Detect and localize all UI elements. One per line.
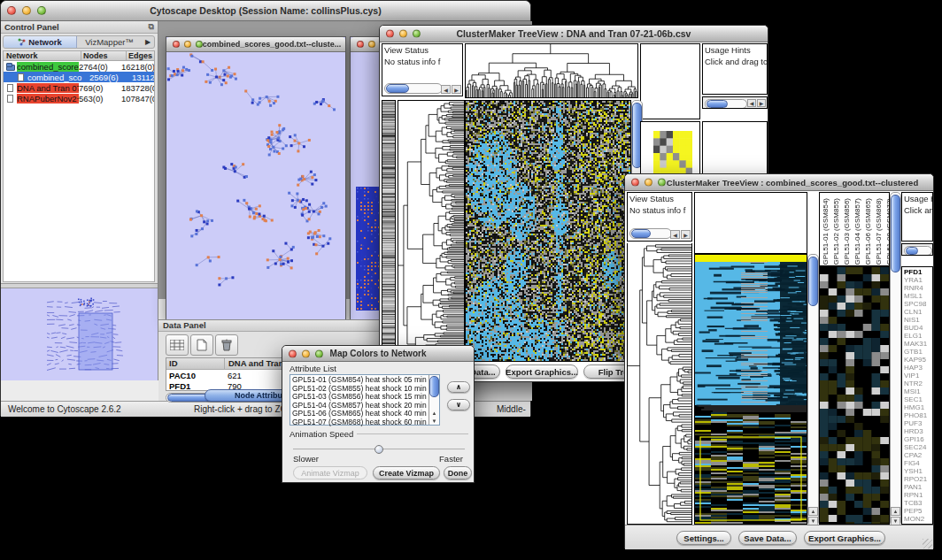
gene-label[interactable]: MSL1	[902, 292, 932, 300]
minimize-icon[interactable]	[22, 6, 31, 15]
combined_sco[interactable]: combined_sco 2569(6) 13112(15)	[4, 72, 154, 82]
gene-label[interactable]: YSH1	[902, 467, 932, 475]
gene-label[interactable]: RNR4	[902, 284, 932, 292]
tv2-row-dendrogram[interactable]	[628, 243, 691, 523]
tab-network[interactable]: Network	[4, 36, 77, 48]
tv2-heatmap-vscrollbar[interactable]: ▲ ▼	[807, 254, 819, 526]
network1-canvas[interactable]	[166, 52, 345, 319]
tabs-overflow-icon[interactable]: ▶	[142, 38, 154, 46]
gene-label[interactable]: PHO81	[902, 411, 932, 419]
map-dialog-titlebar[interactable]: Map Colors to Network	[282, 346, 474, 362]
minimize-icon[interactable]	[399, 30, 407, 38]
zoom-window-icon[interactable]	[413, 30, 421, 38]
treeview2-titlebar[interactable]: ClusterMaker TreeView : combined_scores_…	[625, 174, 933, 191]
gene-label[interactable]: HMG1	[902, 403, 932, 411]
gene-label[interactable]: GTB1	[902, 348, 932, 356]
tv1-row-overview-strip[interactable]	[382, 100, 396, 362]
gene-label[interactable]: HRD3	[902, 427, 932, 435]
gene-label[interactable]: GPI16	[902, 435, 932, 443]
scroll-left-icon[interactable]: ◀	[670, 230, 680, 239]
tv2-status-hscrollbar[interactable]	[629, 228, 672, 239]
gene-label[interactable]: SEC1	[902, 395, 932, 403]
scroll-right-icon[interactable]: ▶	[681, 230, 691, 239]
attr-col-id[interactable]: ID	[166, 358, 225, 369]
scroll-up-icon[interactable]: ▲	[808, 507, 818, 516]
vscroll-thumb[interactable]	[429, 376, 439, 397]
tv2-hints-hscrollbar[interactable]	[904, 246, 932, 256]
float-panel-icon[interactable]: ⧉	[149, 22, 154, 32]
scroll-down-icon[interactable]: ▼	[429, 417, 439, 425]
tv2-settings-button[interactable]: Settings...	[676, 531, 731, 545]
gene-label[interactable]: MAK31	[902, 340, 932, 348]
gene-label[interactable]: MON2	[902, 515, 932, 523]
tv2-export-graphics-button[interactable]: Export Graphics...	[804, 531, 885, 545]
gene-label[interactable]: FIG4	[902, 459, 932, 467]
attribute-select-icon[interactable]	[166, 334, 189, 356]
tv2-column-label[interactable]: GPL51-01 (GSM854)	[822, 198, 830, 265]
RNAPuberNov2+[interactable]: RNAPuberNov2+ 563(0) 107847(0)	[4, 93, 154, 104]
vscroll-thumb[interactable]	[808, 257, 818, 306]
gene-label[interactable]: RPN1	[902, 491, 932, 499]
animate-vizmap-button[interactable]: Animate Vizmap	[293, 466, 367, 479]
scroll-right-icon[interactable]: ▶	[757, 99, 766, 107]
zoom-window-icon[interactable]	[196, 41, 203, 48]
vscroll-thumb[interactable]	[891, 195, 900, 272]
zoom-window-icon[interactable]	[315, 349, 323, 357]
tv2-column-label[interactable]: GPL51-03 (GSM856)	[843, 198, 852, 265]
gene-label[interactable]: BUD4	[902, 324, 932, 332]
tv2-heatmap2-canvas[interactable]	[820, 267, 889, 524]
gene-label[interactable]: NIS1	[902, 316, 932, 324]
zoom-window-icon[interactable]	[37, 6, 46, 15]
tv1-export-graphics-button[interactable]: Export Graphics...	[506, 364, 578, 379]
hscroll-thumb[interactable]	[706, 100, 728, 108]
scroll-up-icon[interactable]: ▲	[429, 409, 439, 417]
col-network[interactable]: Network	[4, 51, 81, 60]
netview1-titlebar[interactable]: combined_scores_good.txt--cluste...	[166, 37, 345, 52]
create-vizmap-button[interactable]: Create Vizmap	[373, 466, 440, 479]
main-titlebar[interactable]: Cytoscape Desktop (Session Name: collins…	[1, 1, 530, 21]
gene-label[interactable]: CLN1	[902, 308, 932, 316]
window-controls[interactable]	[173, 41, 203, 48]
close-icon[interactable]	[386, 30, 394, 38]
minimize-icon[interactable]	[184, 41, 191, 48]
window-controls[interactable]	[386, 30, 421, 38]
gene-label[interactable]: RPO21	[902, 475, 932, 483]
window-controls[interactable]	[7, 6, 46, 15]
close-icon[interactable]	[357, 41, 364, 48]
slider-thumb[interactable]	[374, 445, 383, 454]
tv1-row-dendrogram[interactable]	[398, 101, 464, 361]
close-icon[interactable]	[7, 6, 16, 15]
minimize-icon[interactable]	[302, 349, 310, 357]
gene-label[interactable]: PFD1	[902, 268, 932, 276]
tv2-column-label[interactable]: GPL51-02 (GSM855)	[832, 198, 841, 265]
window-controls[interactable]	[289, 349, 323, 357]
scroll-right-icon[interactable]: ▶	[452, 85, 461, 94]
move-up-button[interactable]: ∧	[447, 381, 470, 393]
col-edges[interactable]: Edges	[127, 51, 154, 60]
resize-grip[interactable]	[923, 539, 932, 548]
tab-vizmapper[interactable]: VizMapper™	[77, 37, 142, 47]
gene-label[interactable]: ELG1	[902, 332, 932, 340]
col-nodes[interactable]: Nodes	[81, 51, 127, 60]
close-icon[interactable]	[631, 179, 639, 187]
delete-attribute-icon[interactable]	[215, 334, 238, 356]
tv2-heatmap-canvas[interactable]	[695, 255, 807, 524]
tv1-heatmap-canvas[interactable]	[466, 101, 630, 361]
close-icon[interactable]	[173, 41, 180, 48]
move-down-button[interactable]: ∨	[447, 399, 470, 410]
tv1-status-hscrollbar[interactable]	[384, 83, 443, 94]
tv1-column-dendrogram[interactable]	[466, 44, 637, 97]
gene-label[interactable]: PUF3	[902, 419, 932, 427]
gene-label[interactable]: TCB3	[902, 499, 932, 507]
window-controls[interactable]	[631, 179, 666, 187]
tv2-column-label[interactable]: GPL51-04 (GSM857)	[853, 198, 862, 265]
birdseye-canvas[interactable]	[1, 288, 158, 380]
tv2-column-label[interactable]: GPL51-07 (GSM868)	[875, 198, 884, 265]
gene-label[interactable]: SEC24	[902, 443, 932, 451]
scroll-left-icon[interactable]: ◀	[747, 99, 756, 107]
tv1-correlation-matrix[interactable]	[653, 131, 692, 175]
tv2-heatmap2-vscrollbar[interactable]: ▲ ▼	[890, 192, 901, 526]
close-icon[interactable]	[289, 349, 297, 357]
gene-label[interactable]: SPC98	[902, 300, 932, 308]
scroll-up-icon[interactable]: ▲	[891, 507, 900, 516]
